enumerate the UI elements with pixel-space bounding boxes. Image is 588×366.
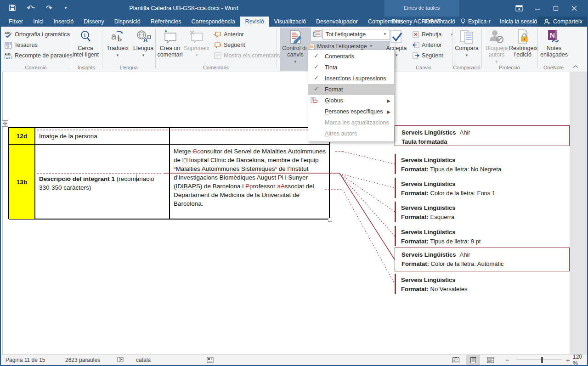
restrict-editing-button[interactable]: Restringeix l'edició	[509, 28, 537, 71]
revision-balloon[interactable]: Serveis LingüísticsFormatat: Color de la…	[395, 176, 570, 199]
accept-icon	[389, 29, 404, 44]
table-resize-handle[interactable]	[328, 218, 332, 222]
word-count-button[interactable]: ABC123 Recompte de paraules	[1, 51, 73, 61]
window-title: Plantilla Catedra UB-GSK-cca.docx - Word	[1, 0, 367, 17]
tab-inserció[interactable]: Inserció	[48, 17, 79, 27]
previous-comment-button[interactable]: Anterior	[210, 29, 244, 39]
zoom-slider-track[interactable]	[516, 360, 562, 360]
delete-comment-button[interactable]: Suprimeix ▼	[184, 28, 209, 71]
minimize-button[interactable]	[528, 0, 547, 17]
tab-presentacio-taules[interactable]: Presentació	[420, 17, 460, 27]
language-button[interactable]: A Llengua ▼	[130, 28, 156, 71]
delete-comment-icon	[189, 29, 204, 44]
revision-balloon[interactable]: Serveis LingüísticsFormatat: No Versalet…	[395, 272, 570, 295]
tab-visualització[interactable]: Visualització	[269, 17, 311, 27]
proofing-status-icon[interactable]	[117, 355, 124, 365]
revision-balloon[interactable]: Serveis LingüísticsFormatat: Esquerra	[395, 200, 570, 223]
smart-lookup-button[interactable]: i Cerca intel·ligent	[73, 28, 98, 71]
translate-button[interactable]: aѣ Tradueix ▼	[105, 28, 130, 71]
web-layout-button[interactable]	[484, 355, 498, 365]
thesaurus-button[interactable]: Tesaurus	[1, 40, 38, 50]
language-indicator[interactable]: català	[136, 355, 151, 365]
ribbon-display-options-icon[interactable]	[510, 0, 528, 17]
checkmark-icon: ✓	[314, 74, 319, 81]
previous-change-icon	[413, 42, 419, 48]
macro-recording-icon[interactable]	[207, 355, 214, 365]
group-label-comentaris: Comentaris	[155, 65, 277, 70]
compare-button[interactable]: Compara ▼	[454, 28, 480, 71]
zoom-slider-thumb[interactable]	[541, 357, 543, 363]
new-comment-button[interactable]: Crea un comentari	[157, 28, 183, 71]
table-cell-id-13b[interactable]: 13b	[9, 144, 35, 220]
tab-fitxer[interactable]: Fitxer	[4, 17, 28, 27]
tab-revisió[interactable]: Revisió	[240, 17, 269, 27]
menu-item-comentaris[interactable]: ✓Comentaris	[308, 51, 394, 62]
svg-text:ѣ: ѣ	[117, 34, 122, 43]
table-cell-metge-text[interactable]: Metge Cconsultor del Servei de Malalties…	[170, 144, 330, 220]
table-cell-descripcio[interactable]: Descripció del integrant 1 (recomanació …	[35, 144, 170, 220]
tab-desenvolupador[interactable]: Desenvolupador	[311, 17, 363, 27]
next-comment-icon	[214, 42, 221, 48]
revision-balloon[interactable]: Serveis LingüísticsFormatat: Tipus de ll…	[395, 225, 570, 248]
page-indicator[interactable]: Pàgina 11 de 15	[6, 355, 45, 365]
menu-item-altres-autors[interactable]: Altres autors	[308, 128, 394, 139]
smart-lookup-icon: i	[78, 29, 93, 44]
deleted-text: P	[245, 183, 249, 190]
svg-text:a: a	[111, 31, 117, 41]
menu-item-persones-espec-fiques[interactable]: Persones específiques▶	[308, 106, 394, 117]
table-move-handle[interactable]	[2, 120, 8, 127]
previous-change-button[interactable]: Anterior	[409, 40, 442, 50]
close-button[interactable]	[565, 0, 583, 17]
tab-referències[interactable]: Referències	[146, 17, 187, 27]
show-comments-button[interactable]: Mostra els comentaris	[210, 51, 280, 61]
next-comment-button[interactable]: Següent	[210, 40, 245, 50]
table-cell-row1-empty[interactable]	[170, 128, 330, 144]
next-change-button[interactable]: Següent	[409, 51, 443, 61]
maximize-button[interactable]	[547, 0, 565, 17]
revision-balloon[interactable]: Serveis LingüísticsFormatat: Tipus de ll…	[395, 152, 570, 175]
table-cell-imatge[interactable]: Imatge de la persona	[35, 128, 170, 144]
spelling-grammar-button[interactable]: ABC Ortografia i gramàtica	[1, 29, 70, 39]
zoom-out-button[interactable]: −	[505, 355, 509, 365]
zoom-in-button[interactable]: +	[566, 355, 570, 365]
status-bar: Pàgina 11 de 15 2623 paraules català − +…	[1, 354, 587, 365]
print-layout-button[interactable]	[466, 355, 480, 365]
revision-balloon[interactable]: Serveis LingüísticsAhirTaula formatada	[395, 125, 570, 146]
display-for-review-combo[interactable]: Tot l'etiquetatge ▼	[322, 29, 390, 39]
document-area[interactable]: 12d Imatge de la persona 13b Descripció …	[1, 72, 587, 354]
share-person-icon	[544, 19, 550, 25]
menu-item-globus[interactable]: Globus▶	[308, 95, 394, 106]
show-markup-icon	[308, 43, 315, 50]
group-label-comparacio: Comparació	[452, 65, 481, 70]
tab-disseny-taules[interactable]: Disseny	[387, 17, 417, 27]
balloon-bar	[395, 178, 396, 198]
read-mode-button[interactable]	[449, 355, 463, 365]
menu-item-format[interactable]: ✓Format	[308, 84, 394, 95]
tab-disposició[interactable]: Disposició	[109, 17, 146, 27]
table-cell-id-12d[interactable]: 12d	[9, 128, 35, 144]
block-authors-button[interactable]: Bloqueja autors ▼	[484, 28, 509, 71]
svg-text:ABC: ABC	[5, 52, 11, 56]
tell-me-button[interactable]: Explica-r	[460, 17, 491, 27]
ribbon-tabs: FitxerIniciInsercióDissenyDisposicióRefe…	[4, 17, 446, 27]
menu-item-marca-les-actualitzacions[interactable]: Marca les actualitzacions	[308, 117, 394, 128]
revision-balloon[interactable]: Serveis LingüísticsAhirFormatat: Color d…	[395, 248, 570, 271]
tab-correspondència[interactable]: Correspondència	[186, 17, 240, 27]
collapse-ribbon-icon[interactable]	[572, 62, 581, 69]
linked-notes-button[interactable]: N Notes enllaçades	[539, 28, 569, 71]
contextual-tab-group-label: Eines de taules	[384, 0, 459, 16]
onenote-icon: N	[546, 29, 562, 44]
text-cursor	[136, 175, 136, 182]
word-count-indicator[interactable]: 2623 paraules	[65, 355, 100, 365]
menu-item-tinta[interactable]: ✓Tinta	[308, 62, 394, 73]
zoom-level[interactable]: 120 %	[573, 355, 587, 365]
sign-in-button[interactable]: Inicia la sessió	[500, 17, 537, 27]
inserted-text: a	[277, 183, 281, 190]
tab-disseny[interactable]: Disseny	[79, 17, 109, 27]
share-button[interactable]: Comparteix	[537, 17, 588, 27]
vertical-scrollbar[interactable]	[570, 72, 587, 354]
display-for-review-icon	[313, 30, 322, 39]
reject-button[interactable]: Rebutja ▼	[409, 29, 454, 39]
tab-inici[interactable]: Inici	[28, 17, 48, 27]
menu-item-insercions-i-supressions[interactable]: ✓Insercions i supressions	[308, 73, 394, 84]
